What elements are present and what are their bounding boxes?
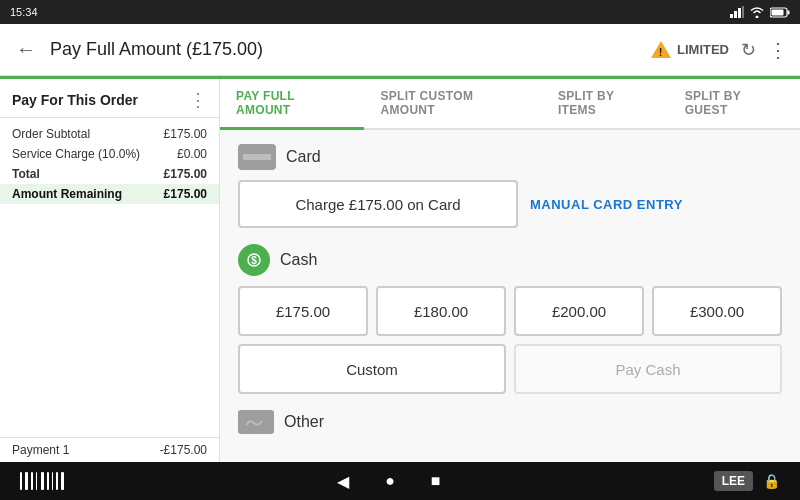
card-row: Charge £175.00 on Card MANUAL CARD ENTRY bbox=[238, 180, 782, 228]
payment-1-row: Payment 1 -£175.00 bbox=[0, 437, 219, 462]
service-charge-value: £0.00 bbox=[177, 147, 207, 161]
sidebar: Pay For This Order ⋮ Order Subtotal £175… bbox=[0, 79, 220, 462]
lock-icon[interactable]: 🔒 bbox=[763, 473, 780, 489]
warning-icon: ! bbox=[650, 40, 672, 59]
page-title: Pay Full Amount (£175.00) bbox=[50, 39, 640, 60]
total-label: Total bbox=[12, 167, 40, 181]
amount-remaining-label: Amount Remaining bbox=[12, 187, 122, 201]
total-value: £175.00 bbox=[164, 167, 207, 181]
limited-badge: ! LIMITED bbox=[650, 40, 729, 59]
main-layout: Pay For This Order ⋮ Order Subtotal £175… bbox=[0, 79, 800, 462]
svg-rect-5 bbox=[772, 9, 784, 15]
svg-rect-0 bbox=[730, 14, 733, 18]
svg-rect-11 bbox=[242, 413, 270, 431]
payment-1-value: -£175.00 bbox=[160, 443, 207, 457]
custom-amount-button[interactable]: Custom bbox=[238, 344, 506, 394]
status-time: 15:34 bbox=[10, 6, 38, 18]
tab-split-custom[interactable]: SPLIT CUSTOM AMOUNT bbox=[364, 79, 541, 130]
other-label: Other bbox=[284, 413, 324, 431]
svg-text:!: ! bbox=[659, 46, 663, 58]
nav-home-button[interactable]: ● bbox=[385, 472, 395, 490]
order-subtotal-value: £175.00 bbox=[164, 127, 207, 141]
service-charge-label: Service Charge (10.0%) bbox=[12, 147, 140, 161]
other-icon bbox=[238, 410, 274, 434]
cash-label: Cash bbox=[280, 251, 317, 269]
limited-label: LIMITED bbox=[677, 42, 729, 57]
cash-section: $ Cash £175.00 £180.00 £200.00 £300.00 C… bbox=[238, 244, 782, 394]
sidebar-title: Pay For This Order bbox=[12, 92, 138, 108]
nav-controls: ◀ ● ■ bbox=[337, 472, 440, 491]
svg-rect-1 bbox=[734, 11, 737, 18]
card-label: Card bbox=[286, 148, 321, 166]
barcode-icon bbox=[20, 472, 64, 490]
top-bar: ← Pay Full Amount (£175.00) ! LIMITED ↻ … bbox=[0, 24, 800, 76]
more-button[interactable]: ⋮ bbox=[768, 38, 788, 62]
tab-split-items[interactable]: SPLIT BY ITEMS bbox=[542, 79, 669, 130]
card-section-header: Card bbox=[238, 144, 782, 170]
svg-rect-6 bbox=[788, 10, 790, 14]
manual-card-entry-link[interactable]: MANUAL CARD ENTRY bbox=[530, 197, 683, 212]
sidebar-more-button[interactable]: ⋮ bbox=[189, 89, 207, 111]
nav-back-button[interactable]: ◀ bbox=[337, 472, 349, 491]
other-section: Other bbox=[238, 410, 782, 434]
user-badge: LEE bbox=[714, 471, 753, 491]
cash-amount-2[interactable]: £180.00 bbox=[376, 286, 506, 336]
cash-section-header: $ Cash bbox=[238, 244, 782, 276]
wifi-icon bbox=[750, 7, 764, 18]
sidebar-header: Pay For This Order ⋮ bbox=[0, 79, 219, 118]
cash-amount-1[interactable]: £175.00 bbox=[238, 286, 368, 336]
charge-card-button[interactable]: Charge £175.00 on Card bbox=[238, 180, 518, 228]
other-section-header: Other bbox=[238, 410, 782, 434]
pay-cash-button[interactable]: Pay Cash bbox=[514, 344, 782, 394]
refresh-button[interactable]: ↻ bbox=[741, 39, 756, 61]
cash-action-grid: Custom Pay Cash bbox=[238, 344, 782, 394]
order-rows: Order Subtotal £175.00 Service Charge (1… bbox=[0, 118, 219, 433]
tab-split-guest[interactable]: SPLIT BY GUEST bbox=[669, 79, 800, 130]
bottom-nav: ◀ ● ■ LEE 🔒 bbox=[0, 462, 800, 500]
scroll-content: Card Charge £175.00 on Card MANUAL CARD … bbox=[220, 130, 800, 462]
service-charge-row: Service Charge (10.0%) £0.00 bbox=[0, 144, 219, 164]
svg-rect-3 bbox=[742, 6, 744, 18]
svg-text:$: $ bbox=[251, 255, 257, 266]
card-stripe bbox=[243, 154, 271, 160]
payment-1-label: Payment 1 bbox=[12, 443, 69, 457]
battery-icon bbox=[770, 7, 790, 18]
back-button[interactable]: ← bbox=[12, 34, 40, 65]
card-section: Card Charge £175.00 on Card MANUAL CARD … bbox=[238, 144, 782, 228]
cash-amount-4[interactable]: £300.00 bbox=[652, 286, 782, 336]
order-subtotal-row: Order Subtotal £175.00 bbox=[0, 124, 219, 144]
nav-square-button[interactable]: ■ bbox=[431, 472, 441, 490]
tabs: PAY FULL AMOUNT SPLIT CUSTOM AMOUNT SPLI… bbox=[220, 79, 800, 130]
cash-amount-3[interactable]: £200.00 bbox=[514, 286, 644, 336]
order-subtotal-label: Order Subtotal bbox=[12, 127, 90, 141]
total-row: Total £175.00 bbox=[0, 164, 219, 184]
cash-icon: $ bbox=[238, 244, 270, 276]
status-bar: 15:34 bbox=[0, 0, 800, 24]
cash-amounts-grid: £175.00 £180.00 £200.00 £300.00 bbox=[238, 286, 782, 336]
content-area: PAY FULL AMOUNT SPLIT CUSTOM AMOUNT SPLI… bbox=[220, 79, 800, 462]
nav-right: LEE 🔒 bbox=[714, 471, 780, 491]
amount-remaining-row: Amount Remaining £175.00 bbox=[0, 184, 219, 204]
tab-pay-full[interactable]: PAY FULL AMOUNT bbox=[220, 79, 364, 130]
svg-rect-2 bbox=[738, 8, 741, 18]
card-icon bbox=[238, 144, 276, 170]
signal-icon bbox=[730, 6, 744, 18]
amount-remaining-value: £175.00 bbox=[164, 187, 207, 201]
top-right-actions: ! LIMITED ↻ ⋮ bbox=[650, 38, 788, 62]
